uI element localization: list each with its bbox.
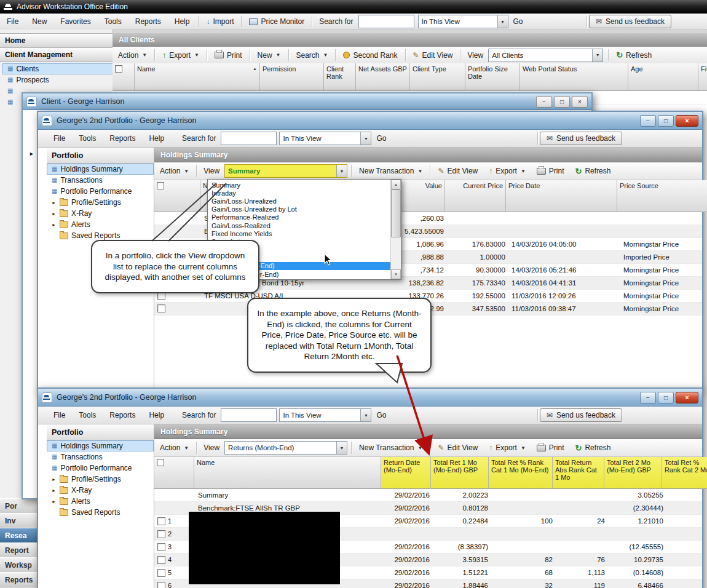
go-button[interactable]: Go bbox=[371, 411, 391, 419]
row-checkbox[interactable] bbox=[157, 530, 165, 538]
action-menu[interactable]: Action▼ bbox=[154, 167, 194, 175]
col-net-assets[interactable]: Net Assets GBP bbox=[356, 63, 410, 91]
expand-icon[interactable]: ► bbox=[52, 477, 57, 482]
row-checkbox[interactable] bbox=[157, 517, 165, 525]
scrollbar-thumb[interactable] bbox=[391, 189, 401, 237]
search-input[interactable] bbox=[358, 15, 414, 28]
col-total-ret-1mo[interactable]: Total Ret 1 Mo (Mo-End) GBP bbox=[431, 457, 489, 489]
go-button[interactable]: Go bbox=[371, 134, 391, 143]
chevron-down-icon[interactable]: ▼ bbox=[336, 442, 347, 454]
col-pct-rank-1mo[interactable]: Total Ret % Rank Cat 1 Mo (Mo-End) bbox=[489, 457, 553, 489]
col-price-date[interactable]: Price Date bbox=[506, 180, 617, 212]
feedback-button[interactable]: ✉Send us feedback bbox=[540, 132, 622, 145]
nav-x-ray[interactable]: ►X-Ray bbox=[47, 208, 154, 219]
nav-profile-settings[interactable]: ►Profile/Settings bbox=[47, 197, 154, 208]
view-option[interactable]: Summary bbox=[208, 181, 390, 189]
col-client-type[interactable]: Client Type bbox=[410, 63, 465, 91]
new-transaction-menu[interactable]: New Transaction▼ bbox=[354, 443, 428, 452]
view-option[interactable]: Performance-Realized bbox=[208, 213, 390, 221]
search-input[interactable] bbox=[221, 132, 277, 145]
maximize-button[interactable]: □ bbox=[658, 392, 674, 403]
edit-view-button[interactable]: ✎Edit View bbox=[432, 443, 483, 452]
expand-icon[interactable]: ► bbox=[52, 223, 57, 227]
nav-transactions[interactable]: ▦Transactions bbox=[47, 175, 154, 186]
col-current-price[interactable]: Current Price bbox=[445, 180, 506, 212]
col-abs-rank-1mo[interactable]: Total Return Abs Rank Cat 1 Mo bbox=[553, 457, 604, 489]
feedback-button[interactable]: ✉ Send us feedback bbox=[589, 15, 671, 28]
menu-reports[interactable]: Reports bbox=[103, 411, 142, 419]
export-menu[interactable]: ↑Export▼ bbox=[483, 167, 531, 175]
search-input[interactable] bbox=[221, 408, 277, 422]
menu-favorites[interactable]: Favorites bbox=[53, 17, 97, 26]
feedback-button[interactable]: ✉Send us feedback bbox=[540, 408, 622, 422]
col-price-source[interactable]: Price Source bbox=[617, 180, 707, 212]
maximize-button[interactable]: □ bbox=[554, 96, 570, 108]
edit-view-button[interactable]: ✎Edit View bbox=[408, 51, 459, 60]
row-checkbox[interactable] bbox=[157, 556, 165, 564]
col-age[interactable]: Age bbox=[628, 63, 698, 91]
minimize-button[interactable]: − bbox=[640, 115, 656, 127]
nav-holdings-summary[interactable]: ▦Holdings Summary bbox=[47, 440, 154, 451]
col-name[interactable]: Name▲ bbox=[135, 63, 260, 91]
view-combo[interactable]: Returns (Month-End)▼ bbox=[224, 441, 347, 455]
refresh-button[interactable]: ↻Refresh bbox=[610, 50, 657, 60]
row-checkbox[interactable] bbox=[157, 582, 165, 588]
new-transaction-menu[interactable]: New Transaction▼ bbox=[354, 167, 428, 175]
col-portfolio-size-date[interactable]: Portfolio Size Date bbox=[465, 63, 520, 91]
action-menu[interactable]: Action▼ bbox=[113, 51, 152, 60]
menu-tools[interactable]: Tools bbox=[72, 411, 103, 419]
sidebar-item-prospects[interactable]: ▦Prospects bbox=[2, 74, 115, 85]
view-filter-combo[interactable]: In This View ▼ bbox=[418, 15, 508, 28]
expand-icon[interactable]: ► bbox=[52, 488, 57, 493]
sidebar-home-header[interactable]: Home bbox=[0, 33, 118, 48]
row-checkbox[interactable] bbox=[157, 569, 165, 577]
scroll-up-icon[interactable]: ▲ bbox=[391, 180, 401, 189]
new-menu[interactable]: New▼ bbox=[252, 51, 286, 60]
view-combo[interactable]: All Clients▼ bbox=[488, 49, 603, 62]
export-menu[interactable]: ↑Export▼ bbox=[157, 51, 205, 60]
holding-row[interactable]: Summary 29/02/2016 2.00223 3.05255 bbox=[154, 489, 702, 502]
print-button[interactable]: Print bbox=[531, 167, 570, 175]
col-pct-rank-2mo[interactable]: Total Ret % Rank Cat 2 Mo bbox=[662, 457, 707, 489]
price-monitor-button[interactable]: Price Monitor bbox=[243, 17, 310, 26]
import-button[interactable]: ↓ Import bbox=[200, 17, 239, 26]
nav-portfolio-performance[interactable]: ▦Portfolio Performance bbox=[47, 186, 154, 197]
maximize-button[interactable]: □ bbox=[658, 115, 674, 127]
expand-icon[interactable]: ► bbox=[52, 212, 57, 216]
view-option[interactable]: Gain/Loss-Unrealized by Lot bbox=[208, 205, 390, 213]
menu-help[interactable]: Help bbox=[142, 411, 171, 419]
expand-icon[interactable]: ► bbox=[52, 201, 57, 205]
select-all-cell[interactable] bbox=[154, 180, 200, 212]
print-button[interactable]: Print bbox=[209, 51, 248, 60]
chevron-down-icon[interactable]: ▼ bbox=[336, 165, 347, 177]
nav-holdings-summary[interactable]: ▦Holdings Summary bbox=[47, 164, 154, 175]
dropdown-scrollbar[interactable]: ▲ ▼ bbox=[390, 180, 401, 279]
col-name[interactable]: Name bbox=[194, 457, 381, 489]
close-button[interactable]: × bbox=[676, 115, 698, 127]
action-menu[interactable]: Action▼ bbox=[154, 443, 194, 452]
view-option[interactable]: Intraday bbox=[208, 189, 390, 197]
col-web-portal-status[interactable]: Web Portal Status bbox=[520, 63, 628, 91]
second-rank-button[interactable]: Second Rank bbox=[338, 51, 403, 60]
menu-reports[interactable]: Reports bbox=[103, 134, 142, 143]
menu-tools[interactable]: Tools bbox=[72, 134, 103, 143]
menu-new[interactable]: New bbox=[25, 17, 53, 26]
go-button[interactable]: Go bbox=[508, 17, 528, 26]
select-all-checkbox[interactable] bbox=[115, 65, 122, 73]
menu-file[interactable]: File bbox=[47, 411, 72, 419]
nav-saved-reports[interactable]: Saved Reports bbox=[47, 507, 154, 518]
expand-icon[interactable]: ► bbox=[52, 499, 57, 504]
edit-view-button[interactable]: ✎Edit View bbox=[432, 167, 483, 175]
close-button[interactable]: × bbox=[572, 96, 588, 108]
menu-reports[interactable]: Reports bbox=[128, 17, 168, 26]
select-all-checkbox[interactable] bbox=[157, 182, 164, 189]
view-option[interactable]: Gain/Loss-Unrealized bbox=[208, 197, 390, 205]
col-permission[interactable]: Permission bbox=[260, 63, 324, 91]
minimize-button[interactable]: − bbox=[536, 96, 552, 108]
menu-file[interactable]: File bbox=[47, 134, 72, 143]
col-first-name[interactable]: First Name bbox=[698, 63, 707, 91]
menu-tools[interactable]: Tools bbox=[98, 17, 128, 26]
nav-x-ray[interactable]: ►X-Ray bbox=[47, 485, 154, 496]
nav-alerts[interactable]: ►Alerts bbox=[47, 219, 154, 230]
view-filter-combo[interactable]: In This View▼ bbox=[279, 132, 371, 145]
